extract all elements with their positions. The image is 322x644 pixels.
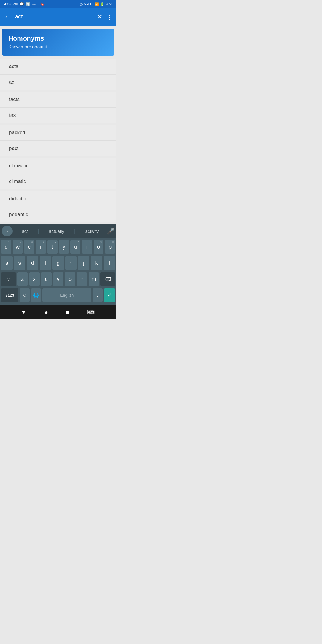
word-item[interactable]: fax (0, 108, 116, 123)
status-bar: 4:55 PM 💬 🔄 mint 🔖 • ◎ VoLTE 📶 🔋 78% (0, 0, 116, 8)
key-u[interactable]: 7u (70, 240, 80, 254)
emoji-icon: ☺ (22, 292, 27, 298)
word-group-4: didacticpedantic (0, 191, 116, 222)
status-left: 4:55 PM 💬 🔄 mint 🔖 • (4, 2, 48, 6)
key-i[interactable]: 8i (82, 240, 92, 254)
mint-icon: mint (32, 3, 38, 6)
nav-recents-button[interactable]: ■ (66, 309, 69, 316)
suggestion-actually[interactable]: actually (46, 227, 67, 236)
word-item[interactable]: didactic (0, 191, 116, 207)
key-c[interactable]: c (41, 272, 52, 286)
search-bar: ← ✕ ⋮ (0, 8, 116, 26)
shift-icon: ⇧ (7, 277, 10, 281)
enter-icon: ✓ (107, 292, 112, 298)
word-group-3: climacticclimatic (0, 158, 116, 189)
suggestions-list: act | actually | activity (16, 227, 105, 236)
period-key[interactable]: . (93, 288, 103, 302)
key-n[interactable]: n (77, 272, 87, 286)
nav-back-button[interactable]: ▼ (21, 309, 27, 316)
keyboard-row-1: 1q2w3e4r5t6y7u8i9o0p (1, 240, 115, 254)
battery-icon: 🔋 (100, 2, 104, 6)
dot-icon: • (46, 2, 47, 6)
mic-button[interactable]: 🎤 (107, 227, 114, 235)
key-m[interactable]: m (89, 272, 99, 286)
key-p[interactable]: 0p (105, 240, 115, 254)
word-item[interactable]: climatic (0, 174, 116, 189)
word-item[interactable]: pact (0, 141, 116, 156)
key-r[interactable]: 4r (36, 240, 46, 254)
expand-suggestions-button[interactable]: › (2, 226, 13, 236)
key-d[interactable]: d (27, 256, 38, 270)
key-l[interactable]: l (104, 256, 115, 270)
homonyms-subtitle: Know more about it. (8, 44, 108, 49)
suggestion-bar: › act | actually | activity 🎤 (0, 224, 116, 238)
key-j[interactable]: j (78, 256, 89, 270)
word-item[interactable]: pedantic (0, 207, 116, 222)
key-k[interactable]: k (91, 256, 102, 270)
key-b[interactable]: b (65, 272, 75, 286)
suggestion-act[interactable]: act (19, 227, 31, 236)
shift-key[interactable]: ⇧ (1, 272, 16, 286)
keyboard: 1q2w3e4r5t6y7u8i9o0p asdfghjkl ⇧zxcvbnm⌫… (0, 238, 116, 305)
homonyms-title: Homonyms (8, 35, 108, 42)
bookmark-icon: 🔖 (40, 2, 44, 6)
word-item[interactable]: ax (0, 75, 116, 90)
word-group-1: factsfax (0, 92, 116, 123)
word-item[interactable]: facts (0, 92, 116, 108)
key-o[interactable]: 9o (94, 240, 104, 254)
key-a[interactable]: a (1, 256, 13, 270)
emoji-key[interactable]: ☺ , (20, 288, 30, 302)
location-icon: ◎ (80, 2, 83, 6)
key-t[interactable]: 5t (47, 240, 58, 254)
backspace-icon: ⌫ (104, 276, 111, 282)
signal-icon: 📶 (95, 2, 99, 6)
keyboard-row-4: ?123 ☺ , 🌐 English . ✓ (1, 288, 115, 302)
globe-key[interactable]: 🌐 (31, 288, 41, 302)
globe-icon: 🌐 (33, 292, 39, 298)
word-group-2: packedpact (0, 125, 116, 156)
status-right: ◎ VoLTE 📶 🔋 78% (80, 2, 112, 6)
key-q[interactable]: 1q (1, 240, 11, 254)
key-z[interactable]: z (17, 272, 28, 286)
more-button[interactable]: ⋮ (106, 13, 112, 21)
space-key[interactable]: English (42, 288, 91, 302)
search-input[interactable] (15, 13, 93, 21)
word-item[interactable]: acts (0, 59, 116, 75)
key-e[interactable]: 3e (24, 240, 34, 254)
word-item[interactable]: packed (0, 125, 116, 141)
time: 4:55 PM (4, 2, 18, 6)
keyboard-row-3: ⇧zxcvbnm⌫ (1, 272, 115, 286)
key-y[interactable]: 6y (59, 240, 69, 254)
key-v[interactable]: v (53, 272, 64, 286)
bottom-nav: ▼ ● ■ ⌨ (0, 305, 116, 319)
backspace-key[interactable]: ⌫ (100, 272, 115, 286)
clear-button[interactable]: ✕ (97, 13, 102, 21)
word-group-0: actsax (0, 59, 116, 90)
keyboard-row-2: asdfghjkl (1, 256, 115, 270)
key-x[interactable]: x (29, 272, 40, 286)
numbers-key[interactable]: ?123 (1, 288, 18, 302)
volte-icon: VoLTE (84, 2, 94, 6)
back-button[interactable]: ← (4, 13, 11, 21)
sync-icon: 🔄 (26, 2, 30, 6)
battery-percent: 78% (106, 2, 112, 6)
suggestion-activity[interactable]: activity (82, 227, 102, 236)
nav-keyboard-button[interactable]: ⌨ (87, 309, 95, 316)
word-item[interactable]: climactic (0, 158, 116, 174)
enter-key[interactable]: ✓ (104, 288, 115, 302)
key-f[interactable]: f (40, 256, 51, 270)
key-h[interactable]: h (65, 256, 77, 270)
key-s[interactable]: s (14, 256, 25, 270)
word-groups: actsaxfactsfaxpackedpactclimacticclimati… (0, 59, 116, 222)
homonyms-banner[interactable]: Homonyms Know more about it. (2, 29, 114, 56)
nav-home-button[interactable]: ● (44, 309, 48, 316)
whatsapp-icon: 💬 (19, 2, 24, 6)
key-g[interactable]: g (52, 256, 64, 270)
key-w[interactable]: 2w (13, 240, 23, 254)
